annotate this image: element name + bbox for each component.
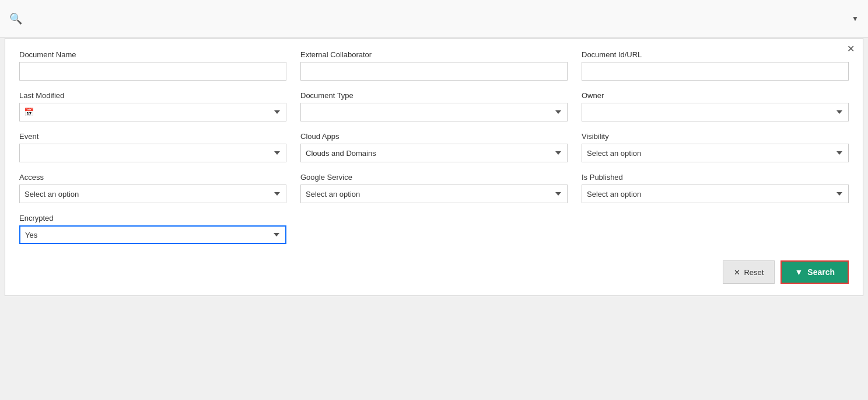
filter-icon: ▼ [794, 267, 803, 277]
cloud-apps-select[interactable]: Clouds and Domains [300, 144, 568, 162]
external-collaborator-label: External Collaborator [300, 50, 568, 59]
search-label: Search [807, 267, 835, 277]
visibility-label: Visibility [582, 132, 849, 141]
encrypted-group: Encrypted Yes No [19, 214, 286, 244]
encrypted-label: Encrypted [19, 214, 286, 222]
owner-label: Owner [582, 91, 849, 100]
last-modified-select-wrapper: 📅 [19, 103, 286, 121]
google-service-group: Google Service Select an option [300, 173, 568, 203]
main-panel: ✕ Document Name External Collaborator Do… [5, 38, 863, 296]
document-name-input[interactable] [19, 62, 286, 81]
google-service-select[interactable]: Select an option [300, 185, 568, 203]
google-service-label: Google Service [300, 173, 568, 182]
owner-group: Owner [582, 91, 849, 121]
cloud-apps-group: Cloud Apps Clouds and Domains [300, 132, 568, 162]
visibility-group: Visibility Select an option [582, 132, 849, 162]
visibility-select[interactable]: Select an option [582, 144, 849, 162]
is-published-label: Is Published [582, 173, 849, 182]
document-name-group: Document Name [19, 50, 286, 81]
is-published-group: Is Published Select an option [582, 173, 849, 203]
last-modified-label: Last Modified [19, 91, 286, 100]
document-type-group: Document Type [300, 91, 568, 121]
is-published-select[interactable]: Select an option [582, 185, 849, 203]
access-group: Access Select an option [19, 173, 286, 203]
last-modified-group: Last Modified 📅 [19, 91, 286, 121]
document-type-label: Document Type [300, 91, 568, 100]
search-bar: 🔍 ▼ [0, 0, 868, 38]
external-collaborator-group: External Collaborator [300, 50, 568, 81]
cloud-apps-label: Cloud Apps [300, 132, 568, 141]
reset-icon: ✕ [734, 268, 740, 277]
search-icon: 🔍 [9, 12, 22, 25]
document-name-label: Document Name [19, 50, 286, 59]
document-id-url-input[interactable] [582, 62, 849, 81]
encrypted-select[interactable]: Yes No [19, 225, 286, 244]
event-select[interactable] [19, 144, 286, 162]
external-collaborator-input[interactable] [300, 62, 568, 81]
access-label: Access [19, 173, 286, 182]
document-type-select[interactable] [300, 103, 568, 121]
event-group: Event [19, 132, 286, 162]
search-bar-chevron-icon[interactable]: ▼ [852, 15, 859, 23]
event-label: Event [19, 132, 286, 141]
owner-select[interactable] [582, 103, 849, 121]
reset-label: Reset [744, 268, 764, 277]
close-button[interactable]: ✕ [847, 44, 855, 54]
access-select[interactable]: Select an option [19, 185, 286, 203]
document-id-url-group: Document Id/URL [582, 50, 849, 81]
last-modified-select[interactable] [19, 103, 286, 121]
search-button[interactable]: ▼ Search [780, 260, 849, 284]
footer-row: ✕ Reset ▼ Search [19, 255, 849, 284]
outer-container: 🔍 ▼ ✕ Document Name External Collaborato… [0, 0, 868, 400]
document-id-url-label: Document Id/URL [582, 50, 849, 59]
reset-button[interactable]: ✕ Reset [723, 260, 775, 284]
form-grid: Document Name External Collaborator Docu… [19, 50, 849, 255]
